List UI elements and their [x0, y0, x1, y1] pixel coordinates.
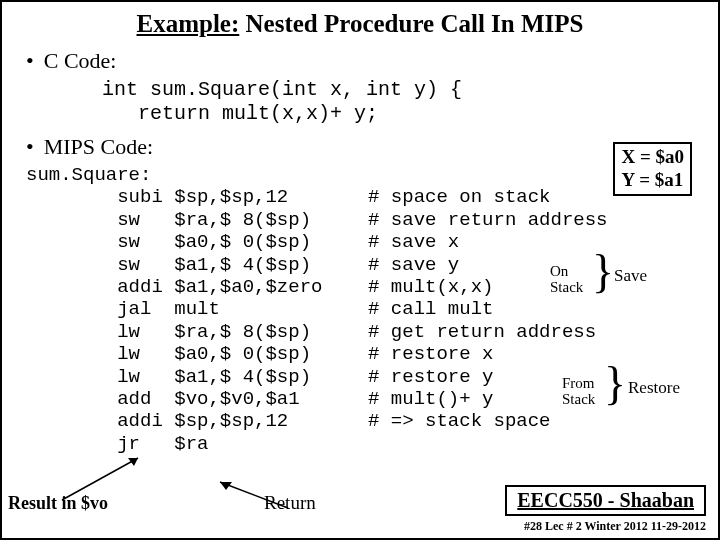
- from-stack-label: From Stack: [562, 376, 620, 408]
- mips-heading: MIPS Code:: [44, 134, 153, 159]
- c-code-block: int sum.Square(int x, int y) { return mu…: [102, 78, 708, 126]
- slide-title: Example: Nested Procedure Call In MIPS: [12, 10, 708, 38]
- return-label: Return: [264, 492, 316, 514]
- footer-text: #28 Lec # 2 Winter 2012 11-29-2012: [524, 519, 706, 534]
- course-box: EECC550 - Shaaban: [505, 485, 706, 516]
- c-heading: C Code:: [44, 48, 117, 73]
- bullet-dot: •: [26, 48, 34, 73]
- reg-x: X = $a0: [621, 146, 684, 169]
- bullet-dot: •: [26, 134, 34, 159]
- mips-heading-row: •MIPS Code:: [26, 134, 708, 160]
- c-heading-row: •C Code:: [26, 48, 708, 74]
- register-box: X = $a0 Y = $a1: [613, 142, 692, 196]
- result-label: Result in $vo: [8, 493, 108, 514]
- title-prefix: Example:: [137, 10, 240, 37]
- reg-y: Y = $a1: [621, 169, 684, 192]
- on-stack-label: On Stack: [550, 264, 608, 296]
- restore-label: Restore: [628, 378, 700, 398]
- mips-code-block: sum.Square: subi $sp,$sp,12 # space on s…: [26, 164, 708, 455]
- save-label: Save: [614, 266, 674, 286]
- title-rest: Nested Procedure Call In MIPS: [239, 10, 583, 37]
- slide: Example: Nested Procedure Call In MIPS •…: [0, 0, 720, 540]
